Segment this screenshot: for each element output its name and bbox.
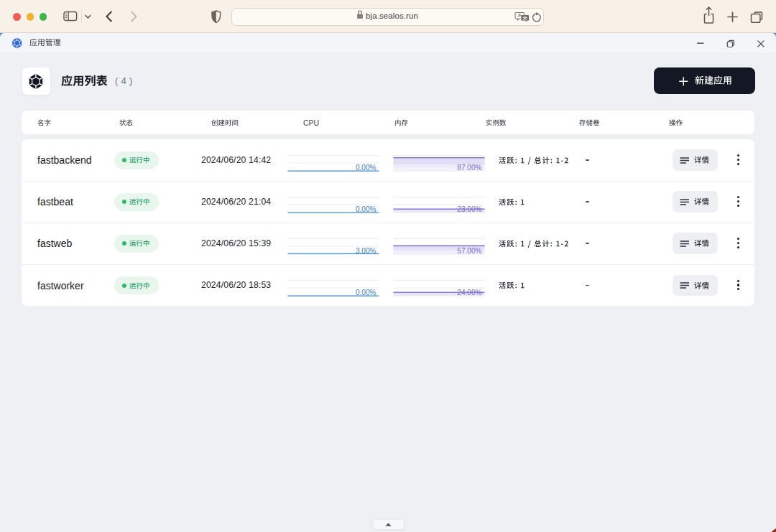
svg-text:87.00%: 87.00% (457, 163, 481, 171)
svg-text:24.00%: 24.00% (457, 289, 481, 297)
svg-text:57.00%: 57.00% (457, 246, 481, 254)
svg-text:3.00%: 3.00% (356, 246, 377, 254)
svg-text:0.00%: 0.00% (356, 289, 377, 297)
svg-text:0.00%: 0.00% (356, 205, 377, 213)
svg-text:0.00%: 0.00% (356, 163, 377, 171)
svg-text:23.00%: 23.00% (457, 205, 481, 213)
